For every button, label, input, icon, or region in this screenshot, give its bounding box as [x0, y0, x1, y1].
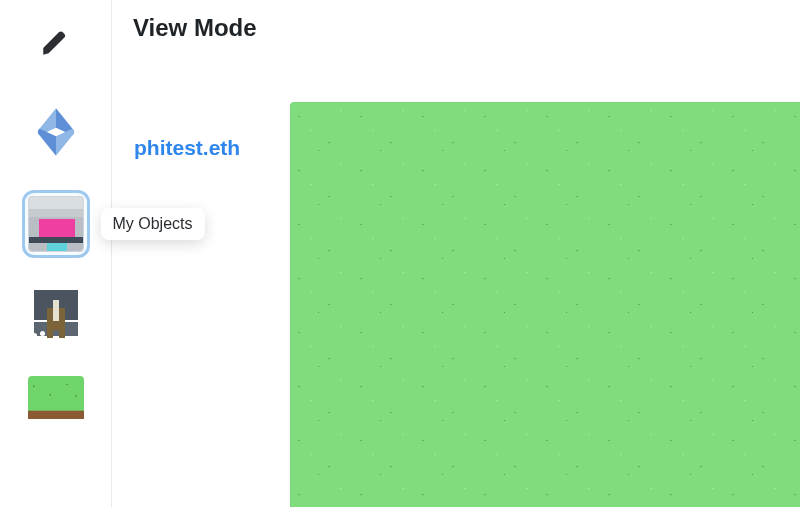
my-objects-button[interactable]: My Objects [22, 190, 90, 258]
ens-icon [34, 106, 78, 162]
sidebar: My Objects [0, 0, 112, 507]
tooltip-label: My Objects [113, 215, 193, 232]
grass-texture [290, 102, 800, 507]
object-grass-button[interactable] [22, 370, 90, 438]
my-objects-tooltip: My Objects [101, 208, 205, 240]
object-grave-button[interactable] [22, 280, 90, 348]
gravestone-icon [28, 286, 84, 342]
ens-button[interactable] [22, 100, 90, 168]
pencil-icon [39, 25, 73, 63]
land-canvas[interactable] [290, 102, 800, 507]
land-name-link[interactable]: phitest.eth [134, 136, 240, 160]
land-name-text: phitest.eth [134, 136, 240, 159]
page-title-text: View Mode [133, 14, 257, 41]
grass-block-icon [28, 376, 84, 432]
unicorn-store-icon [28, 196, 84, 252]
page-title: View Mode [133, 14, 257, 42]
edit-mode-button[interactable] [22, 10, 90, 78]
